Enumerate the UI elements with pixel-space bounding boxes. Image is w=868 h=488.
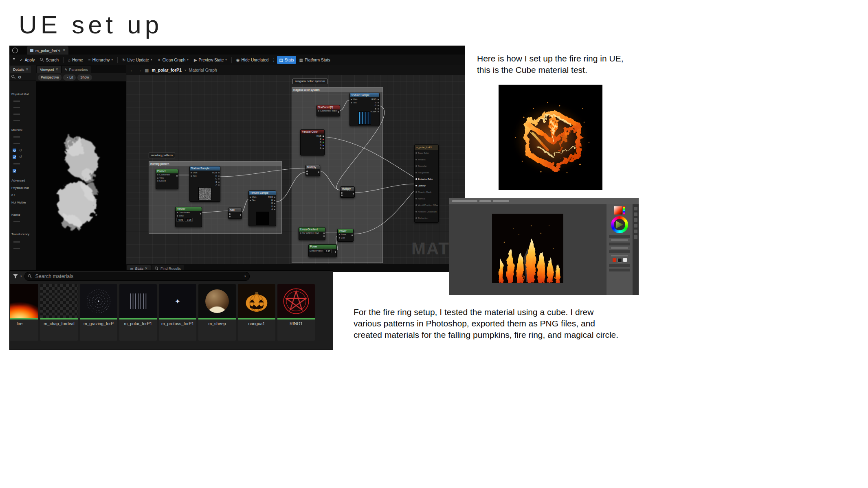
tab-parameters[interactable]: ✎ Parameters bbox=[62, 66, 91, 73]
checkbox[interactable] bbox=[13, 155, 16, 159]
output-pin[interactable] bbox=[323, 232, 325, 234]
asset-search-box[interactable]: ▾ bbox=[24, 272, 250, 281]
panel-row[interactable] bbox=[609, 250, 630, 253]
node-linear-gradient[interactable]: LinearGradient UV Channel (V2) bbox=[299, 227, 325, 240]
asset-card-m-chap-fordeal[interactable]: m_chap_fordeal bbox=[40, 284, 78, 341]
node-multiply-2[interactable]: Multiply bbox=[340, 186, 355, 198]
asset-card-fire[interactable]: fire bbox=[10, 284, 38, 341]
output-pin[interactable] bbox=[176, 175, 178, 177]
apply-button[interactable]: ✓Apply bbox=[18, 56, 37, 64]
output-pin[interactable] bbox=[338, 111, 340, 113]
panel-row[interactable] bbox=[609, 235, 630, 238]
reset-icon[interactable]: ↺ bbox=[19, 155, 22, 159]
node-panner-1[interactable]: Panner Coordinate Time Speed bbox=[156, 169, 178, 189]
input-pin[interactable] bbox=[306, 173, 308, 175]
output-pin[interactable] bbox=[353, 193, 354, 195]
close-icon[interactable]: × bbox=[26, 68, 29, 72]
color-picker[interactable] bbox=[614, 206, 625, 214]
hue-strip[interactable] bbox=[623, 206, 625, 214]
color-wheel[interactable] bbox=[611, 216, 628, 233]
tool-icon[interactable] bbox=[634, 218, 637, 222]
node-multiply-1[interactable]: Multiply bbox=[305, 165, 320, 176]
asset-card-m-polar-forp1[interactable]: m_polar_forP1 bbox=[119, 284, 157, 341]
output-pin[interactable] bbox=[335, 251, 336, 253]
node-texture-sample-noise[interactable]: Texture Sample UVsTex RGBRGBA bbox=[189, 166, 220, 202]
output-pin[interactable] bbox=[318, 171, 320, 173]
search-input[interactable] bbox=[35, 273, 242, 280]
reset-icon[interactable]: ↺ bbox=[19, 149, 22, 152]
home-button[interactable]: ⌂Home bbox=[66, 56, 85, 64]
filter-icon[interactable] bbox=[13, 274, 18, 279]
live-update-button[interactable]: ↻Live Update▾ bbox=[120, 56, 154, 64]
input-pin[interactable] bbox=[341, 192, 343, 194]
asset-card-ring1[interactable]: RING1 bbox=[277, 284, 315, 341]
default-value-input[interactable]: 6.97 bbox=[324, 249, 332, 253]
output-pin[interactable] bbox=[200, 213, 202, 214]
stats-button[interactable]: ▤Stats bbox=[277, 56, 296, 64]
close-icon[interactable]: × bbox=[56, 68, 58, 72]
swatch-dark[interactable] bbox=[617, 258, 622, 263]
output-pin[interactable] bbox=[352, 234, 353, 236]
asset-card-nangua1[interactable]: nangua1 bbox=[238, 284, 275, 341]
node-texture-sample-black[interactable]: Texture Sample UVsTex RGBRGBA bbox=[248, 190, 276, 226]
asset-tab[interactable]: m_polar_forP1 × bbox=[27, 46, 68, 55]
asset-card-m-grazing-forp[interactable]: m_grazing_forP bbox=[80, 284, 117, 341]
input-pin[interactable] bbox=[341, 195, 343, 196]
hide-unrelated-button[interactable]: ◉Hide Unrelated bbox=[234, 56, 270, 64]
node-particle-color[interactable]: Particle Color RGBRGBA bbox=[300, 129, 325, 155]
hierarchy-button[interactable]: ≡Hierarchy▾ bbox=[86, 56, 115, 64]
lit-button[interactable]: ◔Lit bbox=[63, 74, 76, 81]
checkbox[interactable] bbox=[13, 149, 16, 152]
tab-viewport[interactable]: Viewport × bbox=[37, 66, 61, 73]
comment-bubble-moving-pattern[interactable]: moving pattern bbox=[149, 153, 175, 158]
panel-row[interactable] bbox=[609, 243, 630, 245]
photoshop-canvas[interactable] bbox=[449, 204, 607, 295]
color-field[interactable] bbox=[614, 206, 622, 214]
asset-card-m-sheep[interactable]: m_sheep bbox=[198, 284, 236, 341]
back-icon[interactable]: ← bbox=[130, 68, 134, 72]
input-pin[interactable] bbox=[306, 171, 308, 172]
output-pin[interactable] bbox=[240, 214, 242, 216]
tool-icon[interactable] bbox=[634, 235, 637, 239]
color-triangle[interactable] bbox=[616, 221, 623, 228]
tool-icon[interactable] bbox=[634, 224, 637, 228]
chevron-down-icon[interactable]: ▾ bbox=[244, 275, 246, 278]
comment-bubble-niagara[interactable]: niagara color system bbox=[292, 79, 327, 84]
node-texcoord[interactable]: TexCoord [0] Coordinate Index bbox=[316, 105, 340, 116]
input-pin[interactable] bbox=[229, 216, 231, 217]
material-preview-viewport[interactable] bbox=[36, 81, 126, 272]
save-icon[interactable] bbox=[12, 58, 16, 62]
close-icon[interactable]: × bbox=[63, 48, 65, 53]
checkbox[interactable] bbox=[13, 169, 16, 173]
node-material-output[interactable]: m_polar_forP1 Base Color Metallic Specul… bbox=[414, 144, 439, 223]
node-add[interactable]: Add bbox=[228, 208, 242, 219]
chevron-down-icon[interactable]: ▾ bbox=[20, 275, 22, 278]
node-power-1[interactable]: Power Base Exp bbox=[337, 229, 354, 242]
panel-row[interactable] bbox=[609, 269, 630, 271]
platform-stats-button[interactable]: ▦Platform Stats bbox=[297, 56, 332, 64]
forward-icon[interactable]: → bbox=[137, 68, 142, 72]
preview-state-button[interactable]: ▶Preview State▾ bbox=[192, 56, 229, 64]
swatch-red[interactable] bbox=[613, 258, 616, 262]
graph-canvas[interactable]: MATERIAL niagara color system niagara co… bbox=[126, 75, 465, 264]
more-icon[interactable]: ⋮ bbox=[272, 58, 276, 62]
gear-icon[interactable]: ⚙ bbox=[18, 75, 22, 79]
node-panner-2[interactable]: Panner Coordinate Time 0.05 -0.05 bbox=[175, 207, 202, 227]
search-icon[interactable] bbox=[11, 75, 15, 79]
output-pin[interactable] bbox=[323, 235, 325, 237]
search-button[interactable]: Search bbox=[38, 56, 61, 64]
tool-icon[interactable] bbox=[634, 230, 637, 233]
node-power-2[interactable]: Power Default Value 6.97 bbox=[308, 244, 337, 257]
swatch-white[interactable] bbox=[623, 258, 627, 262]
input-pin[interactable] bbox=[229, 213, 231, 215]
node-texture-sample-bars[interactable]: Texture Sample UVsTex RGBRGBRGBA bbox=[349, 93, 380, 126]
tab-details[interactable]: Details × bbox=[10, 66, 31, 73]
show-button[interactable]: Show bbox=[77, 74, 92, 81]
clean-graph-button[interactable]: ✦Clean Graph▾ bbox=[155, 56, 191, 64]
breadcrumb-asset[interactable]: m_polar_forP1 bbox=[152, 68, 182, 72]
tool-icon[interactable] bbox=[634, 212, 637, 216]
tool-icon[interactable] bbox=[634, 207, 637, 210]
asset-card-m-protoss-forp1[interactable]: ✦ m_protoss_forP1 bbox=[159, 284, 196, 341]
panel-row[interactable] bbox=[609, 264, 630, 267]
perspective-button[interactable]: Perspective bbox=[38, 74, 62, 81]
